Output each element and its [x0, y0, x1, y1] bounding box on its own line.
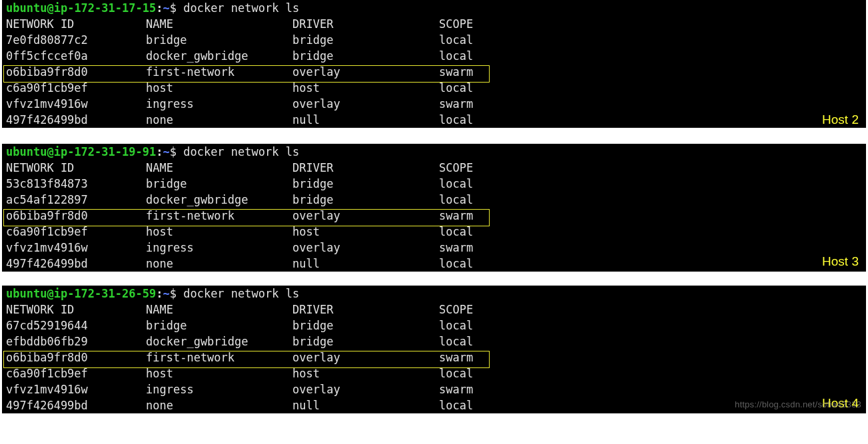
prompt-line: ubuntu@ip-172-31-17-15:~$ docker network… [0, 0, 868, 16]
prompt-user: ubuntu [6, 145, 47, 158]
cell-network-id: 7e0fd80877c2 [6, 33, 146, 47]
cell-name: docker_gwbridge [146, 193, 292, 206]
cell-scope: local [439, 49, 519, 63]
prompt-line: ubuntu@ip-172-31-26-59:~$ docker network… [0, 284, 868, 302]
header-network-id: NETWORK ID [6, 17, 146, 31]
cell-name: bridge [146, 319, 292, 332]
cell-network-id: vfvz1mv4916w [6, 241, 146, 254]
terminal-block: ubuntu@ip-172-31-17-15:~$ docker network… [0, 0, 868, 130]
table-row: 497f426499bdnonenulllocal [2, 112, 866, 128]
cell-name: docker_gwbridge [146, 49, 292, 63]
cell-driver: bridge [292, 335, 439, 348]
cell-scope: local [439, 225, 519, 238]
terminal-block: ubuntu@ip-172-31-26-59:~$ docker network… [0, 284, 868, 413]
prompt-at: @ [47, 1, 53, 15]
prompt-path: ~ [163, 1, 169, 15]
header-name: NAME [146, 303, 292, 316]
prompt-host: ip-172-31-17-15 [54, 1, 157, 15]
cell-driver: bridge [292, 193, 439, 206]
command-text[interactable]: docker network ls [183, 287, 299, 300]
prompt-colon: : [156, 145, 163, 158]
table-header-row: NETWORK IDNAMEDRIVERSCOPE [2, 160, 866, 176]
watermark-text: https://blog.csdn.net/sofia43333 [735, 399, 861, 409]
prompt-host: ip-172-31-19-91 [54, 145, 157, 158]
cell-driver: null [292, 399, 439, 412]
cell-scope: local [439, 367, 519, 380]
table-row: c6a90f1cb9efhosthostlocal [2, 224, 866, 240]
cell-driver: host [292, 81, 439, 95]
table-header-row: NETWORK IDNAMEDRIVERSCOPE [2, 16, 866, 32]
cell-network-id: 0ff5cfccef0a [6, 49, 146, 63]
cell-network-id: o6biba9fr8d0 [6, 351, 146, 364]
cell-driver: host [292, 367, 439, 380]
table-row: vfvz1mv4916wingressoverlayswarm [2, 96, 866, 112]
cell-network-id: c6a90f1cb9ef [6, 225, 146, 238]
table-row: o6biba9fr8d0first-networkoverlayswarm [2, 64, 866, 80]
cell-network-id: 53c813f84873 [6, 177, 146, 190]
cell-driver: null [292, 257, 439, 270]
cell-scope: local [439, 319, 519, 332]
cell-driver: overlay [292, 351, 439, 364]
cell-scope: local [439, 81, 519, 95]
cell-driver: host [292, 225, 439, 238]
cell-scope: local [439, 193, 519, 206]
cell-network-id: c6a90f1cb9ef [6, 81, 146, 95]
cell-network-id: 497f426499bd [6, 113, 146, 126]
header-scope: SCOPE [439, 161, 519, 174]
prompt-at: @ [47, 145, 53, 158]
table-row: 67cd52919644bridgebridgelocal [2, 318, 866, 333]
command-text[interactable]: docker network ls [183, 145, 299, 158]
cell-name: bridge [146, 177, 292, 190]
network-table: NETWORK IDNAMEDRIVERSCOPE53c813f84873bri… [0, 160, 868, 272]
cell-scope: swarm [439, 97, 519, 111]
cell-name: first-network [146, 351, 292, 364]
table-row: o6biba9fr8d0first-networkoverlayswarm [2, 349, 866, 365]
cell-driver: bridge [292, 177, 439, 190]
host-label: Host 2 [822, 112, 859, 127]
command-text[interactable]: docker network ls [183, 1, 299, 15]
header-scope: SCOPE [439, 17, 519, 31]
table-row: ac54af122897docker_gwbridgebridgelocal [2, 192, 866, 208]
header-driver: DRIVER [292, 303, 439, 316]
cell-name: host [146, 367, 292, 380]
header-scope: SCOPE [439, 303, 519, 316]
network-table: NETWORK IDNAMEDRIVERSCOPE7e0fd80877c2bri… [0, 16, 868, 130]
header-network-id: NETWORK ID [6, 303, 146, 316]
cell-scope: local [439, 335, 519, 348]
prompt-user: ubuntu [6, 287, 47, 300]
cell-network-id: vfvz1mv4916w [6, 383, 146, 396]
prompt-host: ip-172-31-26-59 [54, 287, 157, 300]
table-row: o6biba9fr8d0first-networkoverlayswarm [2, 208, 866, 224]
prompt-line: ubuntu@ip-172-31-19-91:~$ docker network… [0, 142, 868, 160]
prompt-user: ubuntu [6, 1, 47, 15]
cell-driver: overlay [292, 97, 439, 111]
cell-name: bridge [146, 33, 292, 47]
cell-scope: swarm [439, 209, 519, 222]
cell-name: host [146, 225, 292, 238]
cell-name: docker_gwbridge [146, 335, 292, 348]
table-row: vfvz1mv4916wingressoverlayswarm [2, 381, 866, 397]
cell-network-id: ac54af122897 [6, 193, 146, 206]
cell-name: ingress [146, 241, 292, 254]
cell-name: none [146, 399, 292, 412]
prompt-path: ~ [163, 145, 169, 158]
terminal-block: ubuntu@ip-172-31-19-91:~$ docker network… [0, 142, 868, 272]
cell-network-id: efbddb06fb29 [6, 335, 146, 348]
cell-scope: local [439, 113, 519, 126]
cell-driver: bridge [292, 49, 439, 63]
prompt-colon: : [156, 287, 163, 300]
cell-scope: swarm [439, 351, 519, 364]
table-row: efbddb06fb29docker_gwbridgebridgelocal [2, 333, 866, 349]
cell-network-id: c6a90f1cb9ef [6, 367, 146, 380]
cell-driver: bridge [292, 33, 439, 47]
table-row: c6a90f1cb9efhosthostlocal [2, 365, 866, 381]
table-row: 0ff5cfccef0adocker_gwbridgebridgelocal [2, 48, 866, 64]
cell-network-id: o6biba9fr8d0 [6, 209, 146, 222]
table-row: 53c813f84873bridgebridgelocal [2, 176, 866, 192]
cell-network-id: 497f426499bd [6, 399, 146, 412]
cell-network-id: o6biba9fr8d0 [6, 65, 146, 79]
cell-scope: local [439, 177, 519, 190]
cell-driver: bridge [292, 319, 439, 332]
cell-name: none [146, 113, 292, 126]
cell-network-id: vfvz1mv4916w [6, 97, 146, 111]
